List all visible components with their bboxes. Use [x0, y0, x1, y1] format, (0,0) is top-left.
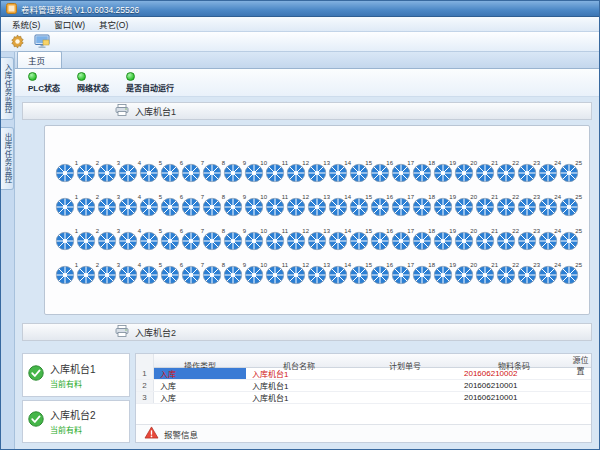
slot-circle[interactable]: 13 — [307, 265, 327, 285]
side-tab-outbound-monitor[interactable]: 出库任务监控 — [1, 127, 14, 190]
slot-circle[interactable]: 5 — [139, 163, 159, 183]
slot-circle[interactable]: 1 — [55, 265, 75, 285]
slot-circle[interactable]: 23 — [517, 197, 537, 217]
slot-circle[interactable]: 12 — [286, 197, 306, 217]
slot-circle[interactable]: 14 — [328, 163, 348, 183]
slot-circle[interactable]: 19 — [433, 163, 453, 183]
slot-circle[interactable]: 23 — [517, 163, 537, 183]
slot-circle[interactable]: 7 — [181, 197, 201, 217]
slot-circle[interactable]: 24 — [538, 231, 558, 251]
slot-circle[interactable]: 20 — [454, 197, 474, 217]
slot-circle[interactable]: 15 — [349, 231, 369, 251]
slot-circle[interactable]: 18 — [412, 231, 432, 251]
slot-circle[interactable]: 13 — [307, 231, 327, 251]
menu-other[interactable]: 其它(O) — [92, 17, 135, 31]
station-card-1[interactable]: 入库机台1 当前有料 — [22, 353, 130, 397]
menu-system[interactable]: 系统(S) — [5, 17, 47, 31]
slot-circle[interactable]: 23 — [517, 265, 537, 285]
slot-circle[interactable]: 6 — [160, 265, 180, 285]
slot-circle[interactable]: 4 — [118, 265, 138, 285]
slot-circle[interactable]: 3 — [97, 265, 117, 285]
slot-circle[interactable]: 22 — [496, 163, 516, 183]
slot-circle[interactable]: 7 — [181, 265, 201, 285]
slot-circle[interactable]: 15 — [349, 197, 369, 217]
table-row[interactable]: 2 入库 入库机台1 201606210001 — [136, 380, 591, 392]
slot-circle[interactable]: 16 — [370, 265, 390, 285]
slot-circle[interactable]: 9 — [223, 163, 243, 183]
slot-circle[interactable]: 16 — [370, 163, 390, 183]
slot-circle[interactable]: 19 — [433, 265, 453, 285]
monitor-icon[interactable] — [33, 33, 51, 50]
slot-circle[interactable]: 24 — [538, 197, 558, 217]
slot-circle[interactable]: 24 — [538, 163, 558, 183]
slot-circle[interactable]: 23 — [517, 231, 537, 251]
slot-circle[interactable]: 24 — [538, 265, 558, 285]
slot-circle[interactable]: 18 — [412, 265, 432, 285]
table-row[interactable]: 3 入库 入库机台1 201606210001 — [136, 392, 591, 404]
slot-circle[interactable]: 14 — [328, 265, 348, 285]
slot-circle[interactable]: 2 — [76, 163, 96, 183]
slot-circle[interactable]: 13 — [307, 197, 327, 217]
slot-circle[interactable]: 20 — [454, 231, 474, 251]
slot-circle[interactable]: 6 — [160, 197, 180, 217]
side-tab-inbound-monitor[interactable]: 入库任务监控 — [1, 57, 14, 120]
slot-circle[interactable]: 25 — [559, 265, 579, 285]
slot-circle[interactable]: 21 — [475, 197, 495, 217]
menu-window[interactable]: 窗口(W) — [47, 17, 92, 31]
slot-circle[interactable]: 2 — [76, 231, 96, 251]
slot-circle[interactable]: 20 — [454, 265, 474, 285]
slot-circle[interactable]: 19 — [433, 231, 453, 251]
slot-circle[interactable]: 1 — [55, 163, 75, 183]
slot-circle[interactable]: 1 — [55, 197, 75, 217]
slot-circle[interactable]: 11 — [265, 197, 285, 217]
slot-circle[interactable]: 3 — [97, 231, 117, 251]
slot-circle[interactable]: 11 — [265, 265, 285, 285]
slot-circle[interactable]: 3 — [97, 163, 117, 183]
slot-circle[interactable]: 4 — [118, 231, 138, 251]
slot-circle[interactable]: 6 — [160, 231, 180, 251]
slot-circle[interactable]: 7 — [181, 163, 201, 183]
slot-circle[interactable]: 8 — [202, 163, 222, 183]
slot-circle[interactable]: 14 — [328, 197, 348, 217]
tab-home[interactable]: 主页 — [17, 51, 62, 68]
slot-circle[interactable]: 25 — [559, 163, 579, 183]
slot-circle[interactable]: 17 — [391, 265, 411, 285]
slot-circle[interactable]: 8 — [202, 265, 222, 285]
slot-circle[interactable]: 15 — [349, 265, 369, 285]
slot-circle[interactable]: 21 — [475, 265, 495, 285]
slot-circle[interactable]: 18 — [412, 163, 432, 183]
slot-circle[interactable]: 14 — [328, 231, 348, 251]
slot-circle[interactable]: 17 — [391, 231, 411, 251]
slot-circle[interactable]: 6 — [160, 163, 180, 183]
slot-circle[interactable]: 10 — [244, 231, 264, 251]
slot-circle[interactable]: 5 — [139, 265, 159, 285]
printer-icon[interactable] — [115, 104, 129, 118]
slot-circle[interactable]: 2 — [76, 265, 96, 285]
slot-circle[interactable]: 20 — [454, 163, 474, 183]
slot-circle[interactable]: 4 — [118, 163, 138, 183]
slot-circle[interactable]: 8 — [202, 231, 222, 251]
slot-circle[interactable]: 17 — [391, 197, 411, 217]
slot-circle[interactable]: 9 — [223, 197, 243, 217]
slot-circle[interactable]: 22 — [496, 231, 516, 251]
slot-circle[interactable]: 4 — [118, 197, 138, 217]
slot-circle[interactable]: 9 — [223, 231, 243, 251]
slot-circle[interactable]: 18 — [412, 197, 432, 217]
slot-circle[interactable]: 22 — [496, 197, 516, 217]
slot-circle[interactable]: 5 — [139, 231, 159, 251]
slot-circle[interactable]: 25 — [559, 231, 579, 251]
slot-circle[interactable]: 19 — [433, 197, 453, 217]
slot-circle[interactable]: 8 — [202, 197, 222, 217]
slot-circle[interactable]: 21 — [475, 163, 495, 183]
table-row[interactable]: 1 入库 入库机台1 201606210002 — [136, 368, 591, 380]
slot-circle[interactable]: 16 — [370, 231, 390, 251]
station-card-2[interactable]: 入库机台2 当前有料 — [22, 400, 130, 444]
slot-circle[interactable]: 15 — [349, 163, 369, 183]
slot-circle[interactable]: 12 — [286, 265, 306, 285]
slot-circle[interactable]: 12 — [286, 163, 306, 183]
slot-circle[interactable]: 21 — [475, 231, 495, 251]
slot-circle[interactable]: 9 — [223, 265, 243, 285]
slot-circle[interactable]: 10 — [244, 197, 264, 217]
slot-circle[interactable]: 25 — [559, 197, 579, 217]
slot-circle[interactable]: 2 — [76, 197, 96, 217]
